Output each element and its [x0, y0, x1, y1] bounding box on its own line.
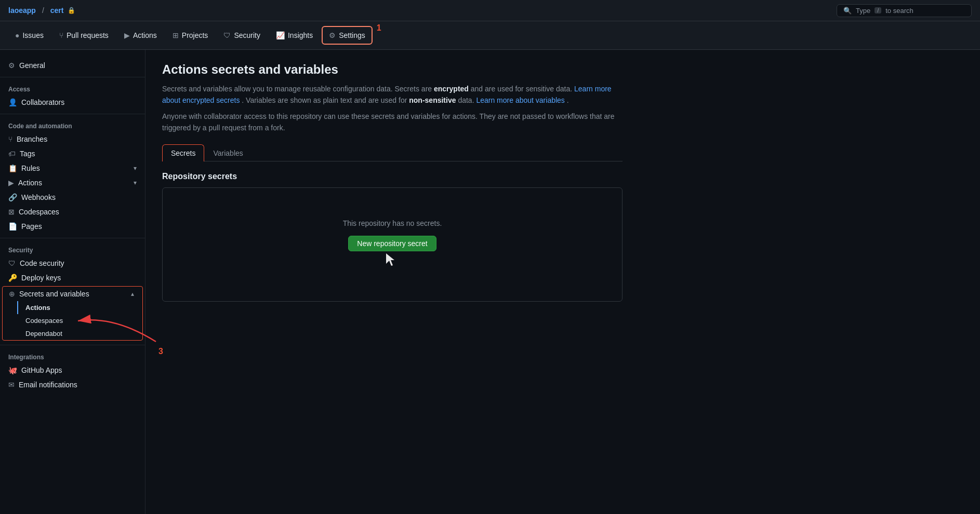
sidebar-codespaces-child-label: Codespaces: [25, 317, 63, 324]
sidebar-divider-1: [0, 77, 145, 77]
sidebar-item-github-apps[interactable]: 🐙 GitHub Apps: [0, 363, 145, 377]
tab-issues-label: Issues: [22, 31, 43, 39]
tab-pull-requests[interactable]: ⑂ Pull requests: [52, 26, 115, 45]
nav-tabs: ● Issues ⑂ Pull requests ▶ Actions ⊞ Pro…: [0, 21, 980, 50]
tab-variables[interactable]: Variables: [204, 144, 251, 161]
org-name[interactable]: laoeapp: [8, 6, 36, 15]
tab-actions[interactable]: ▶ Actions: [117, 26, 164, 45]
tab-issues[interactable]: ● Issues: [8, 26, 50, 45]
sidebar-item-deploy-keys[interactable]: 🔑 Deploy keys: [0, 270, 145, 285]
breadcrumb: laoeapp / cert 🔒: [8, 6, 75, 15]
sidebar-divider-3: [0, 238, 145, 238]
tab-security-label: Security: [234, 31, 260, 39]
tab-projects-label: Projects: [182, 31, 208, 39]
actions-chevron-icon: ▾: [134, 179, 137, 186]
top-bar: laoeapp / cert 🔒 🔍 Type / to search: [0, 0, 980, 21]
sidebar-dependabot-child-label: Dependabot: [25, 330, 62, 337]
sidebar-github-apps-label: GitHub Apps: [21, 366, 62, 374]
secrets-icon: ⊕: [9, 290, 15, 298]
pr-icon: ⑂: [59, 31, 63, 39]
sidebar-webhooks-label: Webhooks: [21, 193, 56, 201]
sidebar-actions-label: Actions: [18, 179, 42, 187]
code-security-icon: 🛡: [8, 259, 16, 267]
webhooks-icon: 🔗: [8, 193, 17, 201]
content-area: Actions secrets and variables Secrets an…: [145, 50, 639, 514]
tab-secrets[interactable]: Secrets: [162, 144, 204, 161]
security-icon: 🛡: [223, 31, 231, 39]
sidebar-security-label: Security: [0, 242, 145, 256]
general-icon: ⚙: [8, 61, 15, 70]
sidebar-secrets-label: Secrets and variables: [19, 290, 89, 298]
secrets-box: This repository has no secrets. New repo…: [162, 187, 623, 302]
collaborators-icon: 👤: [8, 98, 17, 106]
sidebar-email-label: Email notifications: [19, 381, 77, 389]
sidebar-item-webhooks[interactable]: 🔗 Webhooks: [0, 190, 145, 205]
content-tabs: Secrets Variables: [162, 144, 623, 161]
sidebar-item-actions[interactable]: ▶ Actions ▾: [0, 175, 145, 190]
repo-name[interactable]: cert: [50, 6, 64, 15]
link-variables[interactable]: Learn more about variables: [476, 96, 564, 104]
github-apps-icon: 🐙: [8, 366, 17, 374]
tab-security[interactable]: 🛡 Security: [217, 26, 267, 45]
lock-icon: 🔒: [68, 7, 75, 14]
sidebar-divider-2: [0, 114, 145, 114]
actions-icon: ▶: [124, 31, 130, 39]
annotation-3: 3: [158, 347, 163, 356]
pages-icon: 📄: [8, 222, 17, 231]
sidebar-tags-label: Tags: [20, 150, 35, 158]
tab-actions-label: Actions: [133, 31, 157, 39]
cursor-indicator: [173, 253, 612, 270]
tab-insights-label: Insights: [288, 31, 313, 39]
sidebar-general-label: General: [19, 61, 45, 70]
sidebar-item-email-notifications[interactable]: ✉ Email notifications: [0, 377, 145, 392]
search-suffix: to search: [885, 7, 913, 15]
sidebar-branches-label: Branches: [17, 135, 47, 143]
tab-insights[interactable]: 📈 Insights: [269, 26, 320, 45]
sidebar-pages-label: Pages: [21, 222, 42, 231]
search-text: Type: [856, 7, 870, 15]
tab-pr-label: Pull requests: [67, 31, 109, 39]
sidebar-code-auto-label: Code and automation: [0, 118, 145, 132]
main-layout: ⚙ General Access 👤 Collaborators Code an…: [0, 50, 980, 514]
description-2: Anyone with collaborator access to this …: [162, 111, 623, 134]
projects-icon: ⊞: [173, 31, 179, 39]
email-icon: ✉: [8, 381, 15, 389]
new-repository-secret-button[interactable]: New repository secret: [348, 236, 436, 251]
actions-sidebar-icon: ▶: [8, 179, 14, 187]
sidebar-item-codespaces[interactable]: ⊠ Codespaces: [0, 205, 145, 219]
description-1: Secrets and variables allow you to manag…: [162, 83, 623, 106]
sidebar-code-security-label: Code security: [20, 259, 64, 267]
sidebar-item-general[interactable]: ⚙ General: [0, 58, 145, 73]
sidebar-item-code-security[interactable]: 🛡 Code security: [0, 256, 145, 270]
sidebar: ⚙ General Access 👤 Collaborators Code an…: [0, 50, 145, 514]
settings-icon: ⚙: [329, 31, 336, 39]
secrets-empty-state: This repository has no secrets. New repo…: [163, 188, 622, 301]
search-key: /: [875, 7, 881, 13]
codespaces-icon: ⊠: [8, 208, 15, 216]
tab-settings-label: Settings: [339, 31, 365, 39]
sidebar-item-collaborators[interactable]: 👤 Collaborators: [0, 95, 145, 110]
secrets-chevron-icon: ▴: [131, 290, 134, 297]
sidebar-item-branches[interactable]: ⑂ Branches: [0, 132, 145, 146]
tags-icon: 🏷: [8, 150, 16, 158]
sidebar-item-rules[interactable]: 📋 Rules ▾: [0, 161, 145, 175]
search-icon: 🔍: [843, 7, 852, 15]
page-title: Actions secrets and variables: [162, 62, 623, 77]
sidebar-item-tags[interactable]: 🏷 Tags: [0, 146, 145, 161]
tab-settings[interactable]: ⚙ Settings: [322, 26, 373, 45]
sidebar-item-secrets-variables[interactable]: ⊕ Secrets and variables ▴: [3, 287, 142, 301]
sidebar-codespaces-label: Codespaces: [19, 208, 59, 216]
sidebar-integrations-label: Integrations: [0, 349, 145, 363]
issues-icon: ●: [15, 31, 19, 39]
sidebar-access-label: Access: [0, 82, 145, 95]
sidebar-collaborators-label: Collaborators: [21, 98, 64, 106]
section-title-repo-secrets: Repository secrets: [162, 172, 623, 181]
global-search[interactable]: 🔍 Type / to search: [837, 4, 972, 17]
branches-icon: ⑂: [8, 135, 12, 143]
tab-projects[interactable]: ⊞ Projects: [166, 26, 215, 45]
sidebar-rules-label: Rules: [21, 164, 40, 172]
rules-chevron-icon: ▾: [134, 165, 137, 172]
annotation-1: 1: [377, 23, 381, 33]
no-secrets-text: This repository has no secrets.: [173, 219, 612, 227]
sidebar-item-pages[interactable]: 📄 Pages: [0, 219, 145, 234]
